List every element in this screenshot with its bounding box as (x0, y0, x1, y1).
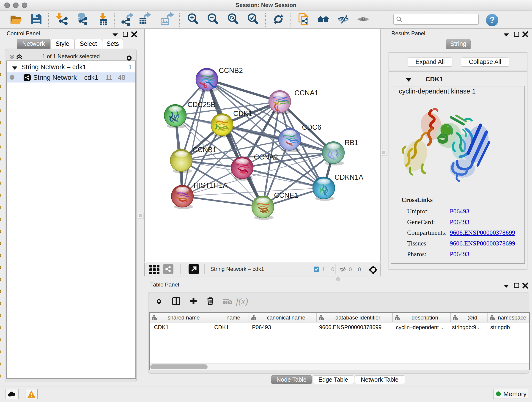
svg-text:CCNB2: CCNB2 (219, 66, 243, 75)
svg-text:CCNB1: CCNB1 (192, 146, 216, 154)
svg-text:CCNA2: CCNA2 (254, 153, 278, 161)
svg-text:CCNE1: CCNE1 (274, 191, 298, 199)
svg-text:CDC25B: CDC25B (187, 101, 215, 109)
svg-text:CDC6: CDC6 (302, 123, 321, 131)
svg-text:HIST1H1A: HIST1H1A (194, 181, 228, 189)
svg-text:CDK1: CDK1 (233, 109, 252, 118)
svg-text:CDKN1A: CDKN1A (335, 173, 363, 181)
svg-text:CCNA1: CCNA1 (294, 89, 318, 97)
svg-text:?: ? (490, 15, 495, 25)
svg-text:RB1: RB1 (345, 139, 358, 147)
